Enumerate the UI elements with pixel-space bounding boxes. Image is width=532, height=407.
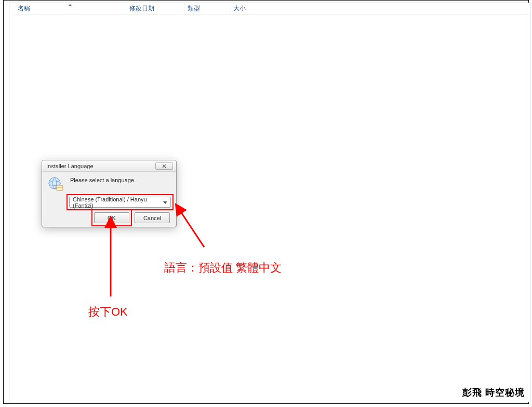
ok-button-label: OK — [108, 215, 116, 221]
column-header-date-label: 修改日期 — [129, 4, 154, 13]
column-header-type-label: 類型 — [188, 4, 200, 13]
screenshot-frame: 名稱 修改日期 類型 大小 Installer Language — [3, 0, 529, 404]
column-header-name[interactable]: 名稱 — [15, 3, 126, 15]
dialog-button-row: OK Cancel — [94, 212, 170, 223]
annotation-ok-label: 按下OK — [88, 304, 128, 320]
dialog-title: Installer Language — [46, 163, 155, 169]
cancel-button-label: Cancel — [143, 215, 161, 221]
svg-rect-2 — [57, 185, 63, 191]
language-select[interactable]: Chinese (Traditional) / Hanyu (Fantizi) — [69, 197, 171, 208]
arrow-to-language-select — [177, 206, 204, 247]
column-header-name-label: 名稱 — [18, 4, 30, 13]
column-header-size-label: 大小 — [233, 4, 246, 13]
column-header-date[interactable]: 修改日期 — [126, 3, 184, 15]
column-header-row: 名稱 修改日期 類型 大小 — [15, 3, 529, 15]
dialog-prompt: Please select a language. — [70, 177, 136, 183]
column-header-size[interactable]: 大小 — [230, 3, 272, 15]
watermark: 彭飛 時空秘境 — [462, 386, 525, 399]
globe-install-icon — [47, 176, 64, 193]
installer-language-dialog: Installer Language Please select a langu… — [42, 160, 177, 227]
explorer-list-panel: 名稱 修改日期 類型 大小 Installer Language — [9, 3, 530, 402]
chevron-down-icon — [162, 199, 169, 206]
annotation-language-label: 語言：預設值 繁體中文 — [164, 260, 282, 276]
dialog-titlebar[interactable]: Installer Language — [42, 160, 176, 172]
close-button[interactable] — [155, 162, 173, 170]
language-select-value: Chinese (Traditional) / Hanyu (Fantizi) — [73, 196, 161, 209]
ok-button[interactable]: OK — [94, 212, 129, 223]
sort-ascending-icon — [68, 4, 72, 6]
cancel-button[interactable]: Cancel — [135, 212, 170, 223]
close-icon — [162, 164, 166, 168]
column-header-type[interactable]: 類型 — [184, 3, 230, 15]
dialog-body: Please select a language. Chinese (Tradi… — [42, 172, 176, 228]
